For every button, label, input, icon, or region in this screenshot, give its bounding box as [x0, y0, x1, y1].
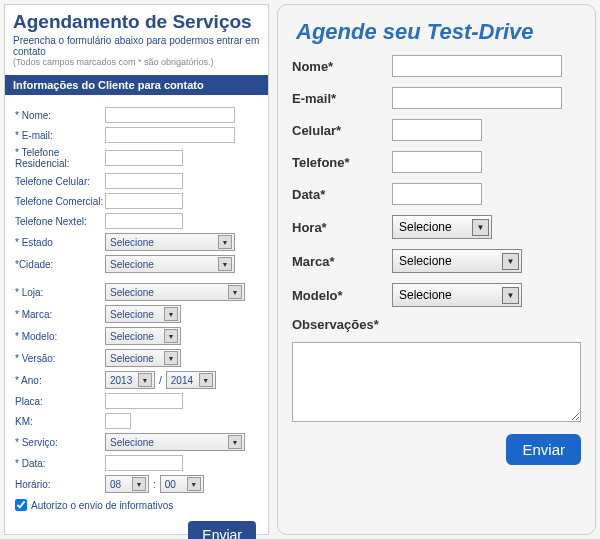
label-telefone: Telefone* [292, 155, 392, 170]
label-placa: Placa: [15, 396, 105, 407]
chevron-down-icon: ▼ [472, 219, 489, 236]
input-telefone[interactable] [392, 151, 482, 173]
ano-separator: / [155, 375, 166, 386]
label-cidade: *Cidade: [15, 259, 105, 270]
chevron-down-icon: ▼ [164, 307, 178, 321]
label-estado: * Estado [15, 237, 105, 248]
form-title: Agendamento de Serviços [5, 5, 268, 33]
chevron-down-icon: ▼ [164, 329, 178, 343]
chevron-down-icon: ▼ [199, 373, 213, 387]
select-versao[interactable]: Selecione▼ [105, 349, 181, 367]
select-ano-to[interactable]: 2014▼ [166, 371, 216, 389]
label-tel-com: Telefone Comercial: [15, 196, 105, 207]
label-nome: Nome* [292, 59, 392, 74]
label-versao: * Versão: [15, 353, 105, 364]
submit-button[interactable]: Enviar [188, 521, 256, 539]
input-tel-res[interactable] [105, 150, 183, 166]
chevron-down-icon: ▼ [228, 285, 242, 299]
select-ano-from[interactable]: 2013▼ [105, 371, 155, 389]
chevron-down-icon: ▼ [228, 435, 242, 449]
chevron-down-icon: ▼ [138, 373, 152, 387]
chevron-down-icon: ▼ [502, 287, 519, 304]
chevron-down-icon: ▼ [502, 253, 519, 270]
select-servico[interactable]: Selecione▼ [105, 433, 245, 451]
select-min[interactable]: 00▼ [160, 475, 204, 493]
chevron-down-icon: ▼ [132, 477, 146, 491]
select-hora[interactable]: 08▼ [105, 475, 149, 493]
input-email[interactable] [392, 87, 562, 109]
select-marca[interactable]: Selecione▼ [105, 305, 181, 323]
label-ano: * Ano: [15, 375, 105, 386]
label-data: * Data: [15, 458, 105, 469]
label-modelo: * Modelo: [15, 331, 105, 342]
label-email: * E-mail: [15, 130, 105, 141]
required-note: (Todos campos marcados com * são obrigat… [5, 57, 268, 71]
chevron-down-icon: ▼ [218, 235, 232, 249]
textarea-observacoes[interactable] [292, 342, 581, 422]
select-cidade[interactable]: Selecione▼ [105, 255, 235, 273]
section-header: Informações do Cliente para contato [5, 75, 268, 95]
form-subtitle: Preencha o formulário abaixo para poderm… [5, 33, 268, 57]
label-tel-cel: Telefone Celular: [15, 176, 105, 187]
select-modelo[interactable]: Selecione▼ [105, 327, 181, 345]
input-placa[interactable] [105, 393, 183, 409]
checkbox-informativos[interactable] [15, 499, 27, 511]
chevron-down-icon: ▼ [218, 257, 232, 271]
select-estado[interactable]: Selecione▼ [105, 233, 235, 251]
label-tel-nextel: Telefone Nextel: [15, 216, 105, 227]
input-tel-cel[interactable] [105, 173, 183, 189]
input-tel-com[interactable] [105, 193, 183, 209]
label-celular: Celular* [292, 123, 392, 138]
select-loja[interactable]: Selecione▼ [105, 283, 245, 301]
label-hora: Hora* [292, 220, 392, 235]
label-horario: Horário: [15, 479, 105, 490]
label-obs: Observações* [292, 317, 392, 332]
checkbox-label: Autorizo o envio de informativos [31, 500, 173, 511]
label-marca: * Marca: [15, 309, 105, 320]
select-hora[interactable]: Selecione▼ [392, 215, 492, 239]
test-drive-form: Agende seu Test-Drive Nome* E-mail* Celu… [277, 4, 596, 535]
label-tel-res: * Telefone Residencial: [15, 147, 105, 169]
label-email: E-mail* [292, 91, 392, 106]
input-nome[interactable] [392, 55, 562, 77]
select-marca[interactable]: Selecione▼ [392, 249, 522, 273]
label-servico: * Serviço: [15, 437, 105, 448]
submit-button[interactable]: Enviar [506, 434, 581, 465]
input-email[interactable] [105, 127, 235, 143]
hora-separator: : [149, 479, 160, 490]
input-km[interactable] [105, 413, 131, 429]
label-modelo: Modelo* [292, 288, 392, 303]
label-data: Data* [292, 187, 392, 202]
select-modelo[interactable]: Selecione▼ [392, 283, 522, 307]
form-title: Agende seu Test-Drive [292, 15, 581, 55]
chevron-down-icon: ▼ [164, 351, 178, 365]
input-tel-nextel[interactable] [105, 213, 183, 229]
service-scheduling-form: Agendamento de Serviços Preencha o formu… [4, 4, 269, 535]
label-km: KM: [15, 416, 105, 427]
label-loja: * Loja: [15, 287, 105, 298]
input-nome[interactable] [105, 107, 235, 123]
label-marca: Marca* [292, 254, 392, 269]
chevron-down-icon: ▼ [187, 477, 201, 491]
input-data[interactable] [392, 183, 482, 205]
label-nome: * Nome: [15, 110, 105, 121]
input-celular[interactable] [392, 119, 482, 141]
input-data[interactable] [105, 455, 183, 471]
